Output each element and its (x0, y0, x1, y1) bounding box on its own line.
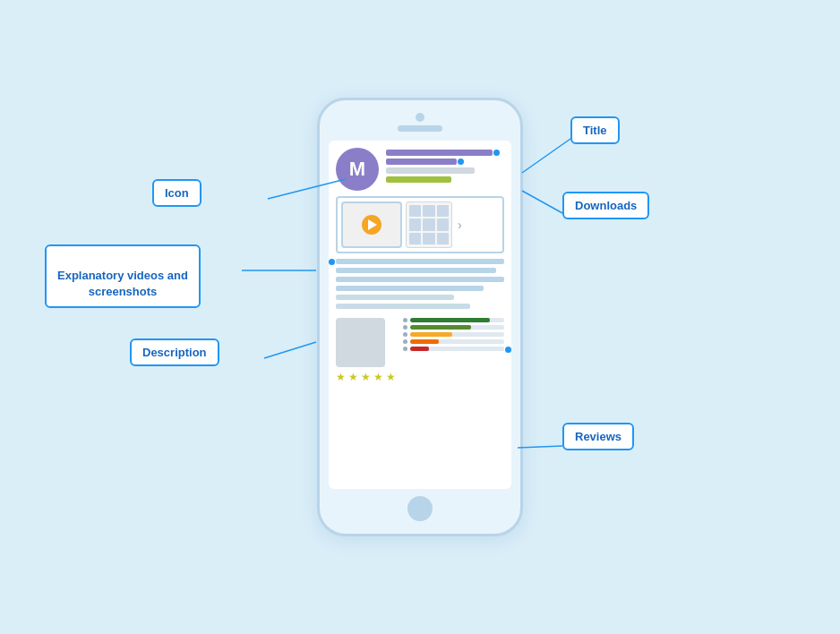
rating-row-4 (403, 325, 504, 330)
app-subtitle-bar (386, 158, 457, 165)
grid-cell (423, 205, 434, 217)
screenshot-grid (406, 201, 452, 248)
grid-cell (437, 233, 449, 244)
app-icon: M (336, 148, 379, 191)
svg-line-0 (522, 139, 570, 173)
phone-home-button (407, 496, 433, 521)
rating-fill (410, 318, 490, 322)
video-thumbnail (341, 201, 402, 248)
app-info-bar2 (386, 176, 451, 183)
desc-bar-4 (336, 286, 484, 291)
icon-callout: Icon (152, 179, 201, 207)
play-icon (368, 219, 377, 230)
title-dot (493, 150, 500, 156)
app-title-bar (386, 150, 493, 156)
rating-row-1 (403, 347, 504, 351)
rating-bar-bg (410, 332, 504, 337)
rating-bars (403, 318, 504, 351)
reviews-section: ★ ★ ★ ★ ★ (336, 318, 504, 383)
grid-cell (409, 233, 421, 244)
svg-line-1 (522, 191, 562, 213)
chevron-right-icon: › (458, 218, 462, 232)
rating-fill (410, 347, 429, 351)
phone-screen: M (329, 141, 511, 489)
desc-bar-5 (336, 295, 454, 300)
downloads-callout: Downloads (562, 192, 649, 219)
explanatory-callout: Explanatory videos and screenshots (45, 244, 201, 308)
phone-speaker (398, 125, 442, 132)
star-5: ★ (386, 371, 396, 383)
stars-row: ★ ★ ★ ★ ★ (336, 371, 396, 383)
desc-bar-2 (336, 268, 496, 273)
rating-dot (403, 325, 407, 330)
review-thumbnail (336, 318, 385, 367)
svg-line-4 (264, 342, 316, 358)
rating-fill (410, 332, 452, 337)
star-4: ★ (373, 371, 383, 383)
downloads-dot (458, 158, 464, 165)
description-callout: Description (130, 338, 219, 366)
grid-cell (437, 205, 449, 217)
rating-bar-bg (410, 318, 504, 322)
play-button[interactable] (362, 215, 381, 235)
rating-row-2 (403, 339, 504, 344)
rating-bar-bg (410, 339, 504, 344)
rating-bar-bg (410, 325, 504, 330)
reviews-dot (505, 347, 511, 353)
screenshots-row: › (336, 196, 504, 253)
reviews-callout: Reviews (562, 423, 634, 450)
rating-dot (403, 318, 407, 322)
rating-dot (403, 332, 407, 337)
grid-cell (423, 218, 434, 230)
grid-cell (409, 205, 421, 217)
rating-dot (403, 339, 407, 344)
description-section (336, 259, 504, 309)
star-1: ★ (336, 371, 346, 383)
desc-dot (329, 259, 335, 265)
grid-cell (409, 218, 421, 230)
desc-bar-6 (336, 304, 470, 309)
desc-bar-3 (336, 277, 504, 282)
star-3: ★ (361, 371, 371, 383)
svg-line-5 (518, 446, 562, 448)
star-2: ★ (348, 371, 358, 383)
rating-row-3 (403, 332, 504, 337)
grid-cell (437, 218, 449, 230)
app-info-bar1 (386, 167, 475, 174)
rating-row-5 (403, 318, 504, 322)
rating-fill (410, 339, 439, 344)
app-info (386, 148, 504, 183)
app-header: M (336, 148, 504, 191)
rating-fill (410, 325, 471, 330)
rating-bar-bg (410, 347, 504, 351)
phone-camera (416, 113, 424, 122)
rating-dot (403, 347, 407, 351)
grid-cell (423, 233, 434, 244)
title-callout: Title (570, 116, 620, 144)
phone-mockup: M (317, 98, 523, 536)
desc-bar-1 (336, 259, 504, 264)
